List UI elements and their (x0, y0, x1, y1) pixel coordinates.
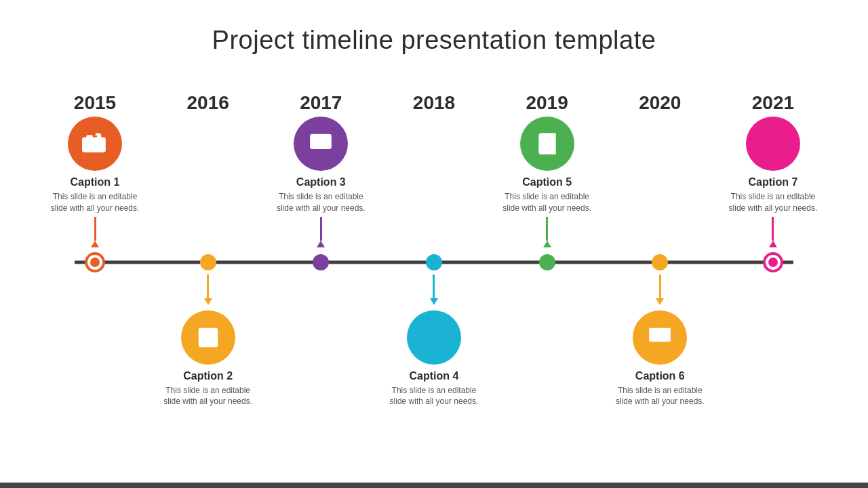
caption-title-u-1: Caption 1 (71, 176, 120, 188)
stem-line-l-2 (207, 274, 209, 298)
upper-content: Caption 1This slide is an editable slide… (41, 114, 827, 247)
dot-wrapper-6 (612, 254, 707, 270)
caption-title-l-4: Caption 4 (410, 370, 459, 382)
dot-wrapper-3 (273, 254, 368, 270)
upper-col-6 (612, 114, 707, 236)
upper-col-2 (161, 114, 256, 236)
arrow-bottom-4 (430, 298, 438, 305)
caption-title-l-6: Caption 6 (635, 370, 685, 382)
timeline-line-row (41, 250, 827, 274)
timeline-area: 2015201620172018201920202021 Caption 1Th… (41, 92, 827, 407)
lower-col-6: Caption 6This slide is an editable slide… (612, 274, 707, 408)
lower-col-1 (47, 274, 142, 390)
icon-circle-u-7 (746, 117, 800, 171)
year-label-2016: 2016 (161, 92, 256, 114)
caption-text-u-1: This slide is an editable slide with all… (47, 191, 142, 214)
icon-circle-l-2 (181, 310, 235, 365)
stem-line-l-6 (659, 274, 661, 298)
stem-line-u-3 (320, 217, 322, 241)
caption-title-l-2: Caption 2 (183, 370, 233, 382)
caption-title-u-5: Caption 5 (522, 176, 572, 188)
stem-upper-3 (317, 217, 325, 247)
upper-col-1: Caption 1This slide is an editable slide… (47, 114, 142, 247)
arrow-top-5 (543, 241, 551, 247)
arrow-top-3 (317, 241, 325, 247)
year-label-2018: 2018 (387, 92, 481, 114)
stem-lower-4 (430, 274, 438, 305)
upper-col-5: Caption 5This slide is an editable slide… (500, 114, 595, 247)
svg-point-10 (203, 332, 206, 336)
dot-wrapper-1 (47, 252, 142, 272)
icon-circle-l-6 (633, 310, 687, 365)
year-label-2017: 2017 (273, 92, 368, 114)
stem-lower-6 (656, 274, 664, 305)
lower-col-4: Caption 4This slide is an editable slide… (387, 274, 481, 408)
stem-upper-1 (91, 217, 99, 247)
caption-text-l-2: This slide is an editable slide with all… (161, 385, 256, 408)
stem-line-l-4 (433, 274, 435, 298)
upper-col-4 (387, 114, 481, 236)
caption-text-l-4: This slide is an editable slide with all… (387, 385, 481, 408)
arrow-bottom-6 (656, 298, 664, 305)
stem-line-u-7 (772, 217, 774, 241)
svg-rect-0 (310, 134, 332, 149)
year-label-2020: 2020 (612, 92, 707, 114)
upper-col-7: Caption 7This slide is an editable slide… (726, 114, 821, 247)
icon-circle-u-5 (520, 117, 574, 171)
slide: Project timeline presentation template 2… (0, 0, 868, 488)
stem-upper-7 (769, 217, 777, 247)
stem-line-u-1 (94, 217, 96, 241)
caption-text-l-6: This slide is an editable slide with all… (612, 385, 707, 408)
lower-col-5 (500, 274, 595, 390)
svg-rect-14 (649, 327, 671, 342)
lower-col-2: Caption 2This slide is an editable slide… (161, 274, 256, 408)
dot-wrapper-7 (726, 252, 821, 272)
stem-line-u-5 (546, 217, 548, 241)
icon-circle-u-1 (68, 117, 122, 171)
dot-wrapper-5 (500, 254, 595, 270)
caption-title-u-7: Caption 7 (748, 176, 797, 188)
year-label-2019: 2019 (500, 92, 595, 114)
caption-text-u-7: This slide is an editable slide with all… (726, 191, 821, 214)
stem-upper-5 (543, 217, 551, 247)
year-label-2015: 2015 (47, 92, 142, 114)
caption-title-u-3: Caption 3 (296, 176, 346, 188)
lower-col-3 (273, 274, 368, 390)
years-row: 2015201620172018201920202021 (41, 92, 827, 114)
lower-col-7 (726, 274, 821, 390)
arrow-bottom-2 (204, 298, 212, 305)
arrow-top-7 (769, 241, 777, 247)
arrow-top-1 (91, 241, 99, 247)
icon-circle-u-3 (294, 117, 348, 171)
upper-col-3: Caption 3This slide is an editable slide… (273, 114, 368, 247)
dot-wrapper-2 (161, 254, 256, 270)
stem-lower-2 (204, 274, 212, 305)
bottom-bar (0, 483, 868, 488)
lower-content: Caption 2This slide is an editable slide… (41, 274, 827, 408)
year-label-2021: 2021 (726, 92, 821, 114)
dot-wrapper-4 (387, 254, 481, 270)
icon-circle-l-4 (407, 310, 461, 365)
caption-text-u-5: This slide is an editable slide with all… (500, 191, 595, 214)
slide-title: Project timeline presentation template (212, 26, 656, 55)
caption-text-u-3: This slide is an editable slide with all… (273, 191, 368, 214)
